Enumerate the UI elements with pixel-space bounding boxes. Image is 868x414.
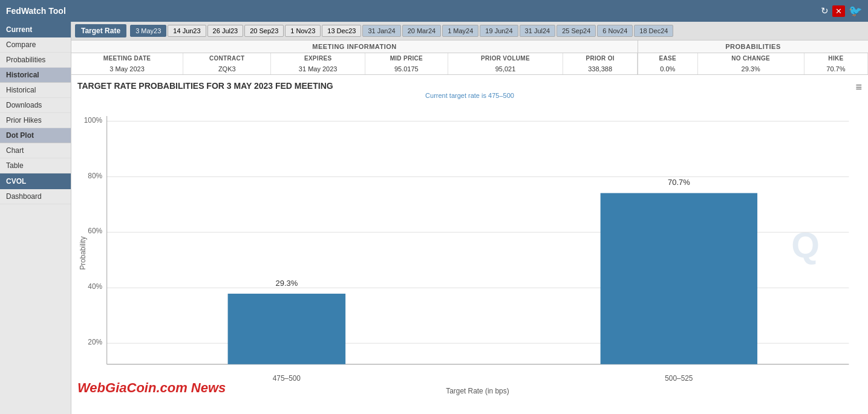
col-prior-oi: PRIOR OI bbox=[563, 53, 638, 63]
cell-prior-oi: 338,388 bbox=[563, 63, 638, 74]
sidebar-item-probabilities[interactable]: Probabilities bbox=[0, 53, 71, 68]
svg-text:40%: 40% bbox=[88, 282, 102, 291]
sidebar-item-table[interactable]: Table bbox=[0, 158, 71, 173]
svg-text:Probability: Probability bbox=[79, 236, 87, 270]
cell-hike: 70.7% bbox=[804, 63, 867, 74]
chart-area: TARGET RATE PROBABILITIES FOR 3 MAY 2023… bbox=[71, 75, 868, 414]
content-area: Target Rate 3 May23 14 Jun23 26 Jul23 20… bbox=[71, 22, 868, 414]
cell-mid-price: 95.0175 bbox=[365, 63, 448, 74]
meeting-info-row: 3 May 2023 ZQK3 31 May 2023 95.0175 95,0… bbox=[71, 63, 638, 74]
col-hike: HIKE bbox=[804, 53, 867, 63]
svg-text:70.7%: 70.7% bbox=[668, 178, 690, 187]
current-section-header[interactable]: Current bbox=[0, 22, 71, 37]
sidebar-item-historical[interactable]: Historical bbox=[0, 83, 71, 98]
cell-no-change: 29.3% bbox=[697, 63, 804, 74]
main-layout: Current Compare Probabilities Historical… bbox=[0, 22, 868, 414]
cell-meeting-date: 3 May 2023 bbox=[71, 63, 183, 74]
col-meeting-date: MEETING DATE bbox=[71, 53, 183, 63]
tab-1nov23[interactable]: 1 Nov23 bbox=[285, 25, 321, 37]
tab-25sep24[interactable]: 25 Sep24 bbox=[556, 25, 596, 37]
tab-31jul24[interactable]: 31 Jul24 bbox=[520, 25, 556, 37]
target-rate-label: Target Rate bbox=[75, 24, 126, 37]
chart-subtitle: Current target rate is 475–500 bbox=[77, 92, 862, 99]
tab-19jun24[interactable]: 19 Jun24 bbox=[480, 25, 518, 37]
meeting-table: MEETING DATE CONTRACT EXPIRES MID PRICE … bbox=[71, 53, 638, 74]
svg-text:20%: 20% bbox=[88, 338, 102, 346]
top-bar: FedWatch Tool ↻ ✕ 🐦 bbox=[0, 0, 868, 22]
cell-ease: 0.0% bbox=[638, 63, 697, 74]
col-expires: EXPIRES bbox=[271, 53, 365, 63]
tab-31jan24[interactable]: 31 Jan24 bbox=[362, 25, 400, 37]
probabilities-header: PROBABILITIES bbox=[638, 40, 868, 53]
svg-text:Target Rate (in bps): Target Rate (in bps) bbox=[446, 387, 509, 395]
svg-text:80%: 80% bbox=[88, 172, 102, 180]
meeting-info-area: MEETING INFORMATION MEETING DATE CONTRAC… bbox=[71, 40, 868, 75]
historical-group-header[interactable]: Historical bbox=[0, 68, 71, 83]
cell-contract: ZQK3 bbox=[183, 63, 271, 74]
watermark-text: WebGiaCoin.com News bbox=[77, 380, 226, 396]
app-title: FedWatch Tool bbox=[6, 6, 66, 16]
col-prior-volume: PRIOR VOLUME bbox=[448, 53, 563, 63]
meeting-info-section: MEETING INFORMATION MEETING DATE CONTRAC… bbox=[71, 40, 638, 74]
tab-14jun23[interactable]: 14 Jun23 bbox=[168, 25, 206, 37]
sidebar-item-chart[interactable]: Chart bbox=[0, 143, 71, 158]
sidebar-item-prior-hikes[interactable]: Prior Hikes bbox=[0, 113, 71, 128]
svg-text:475–500: 475–500 bbox=[273, 374, 301, 383]
svg-text:100%: 100% bbox=[84, 116, 103, 125]
chart-container: 100% 80% 60% 40% 20% bbox=[77, 102, 862, 398]
prob-row: 0.0% 29.3% 70.7% bbox=[638, 63, 868, 74]
col-no-change: NO CHANGE bbox=[697, 53, 804, 63]
probabilities-section: PROBABILITIES EASE NO CHANGE HIKE 0.0% 2… bbox=[638, 40, 868, 74]
cell-prior-volume: 95,021 bbox=[448, 63, 563, 74]
cell-expires: 31 May 2023 bbox=[271, 63, 365, 74]
tab-26jul23[interactable]: 26 Jul23 bbox=[207, 25, 244, 37]
col-contract: CONTRACT bbox=[183, 53, 271, 63]
sidebar-item-downloads[interactable]: Downloads bbox=[0, 98, 71, 113]
chart-svg: 100% 80% 60% 40% 20% bbox=[77, 102, 862, 398]
sidebar: Current Compare Probabilities Historical… bbox=[0, 22, 71, 414]
tab-3may23[interactable]: 3 May23 bbox=[130, 25, 166, 37]
refresh-icon[interactable]: ↻ bbox=[821, 5, 829, 16]
col-ease: EASE bbox=[638, 53, 697, 63]
prob-table: EASE NO CHANGE HIKE 0.0% 29.3% 70.7% bbox=[638, 53, 868, 74]
svg-text:60%: 60% bbox=[88, 227, 102, 235]
svg-text:500–525: 500–525 bbox=[665, 374, 693, 383]
tab-6nov24[interactable]: 6 Nov24 bbox=[597, 25, 633, 37]
tab-13dec23[interactable]: 13 Dec23 bbox=[322, 25, 361, 37]
bar-500-525 bbox=[601, 193, 757, 364]
chart-title: TARGET RATE PROBABILITIES FOR 3 MAY 2023… bbox=[77, 81, 862, 91]
dot-plot-group-header[interactable]: Dot Plot bbox=[0, 128, 71, 143]
top-bar-icons: ↻ ✕ 🐦 bbox=[821, 4, 862, 18]
twitter-icon[interactable]: 🐦 bbox=[849, 4, 862, 18]
tab-18dec24[interactable]: 18 Dec24 bbox=[634, 25, 673, 37]
col-mid-price: MID PRICE bbox=[365, 53, 448, 63]
tab-20sep23[interactable]: 20 Sep23 bbox=[244, 25, 284, 37]
bar-475-500 bbox=[228, 294, 346, 364]
sidebar-item-compare[interactable]: Compare bbox=[0, 37, 71, 53]
close-icon[interactable]: ✕ bbox=[832, 5, 845, 17]
tab-1may24[interactable]: 1 May24 bbox=[442, 25, 478, 37]
sidebar-item-dashboard[interactable]: Dashboard bbox=[0, 189, 71, 204]
chart-menu-icon[interactable]: ≡ bbox=[855, 81, 862, 94]
tab-20mar24[interactable]: 20 Mar24 bbox=[402, 25, 441, 37]
tab-bar: Target Rate 3 May23 14 Jun23 26 Jul23 20… bbox=[71, 22, 868, 40]
meeting-info-header: MEETING INFORMATION bbox=[71, 40, 638, 53]
svg-text:29.3%: 29.3% bbox=[275, 279, 298, 288]
cvol-section-header[interactable]: CVOL bbox=[0, 173, 71, 189]
